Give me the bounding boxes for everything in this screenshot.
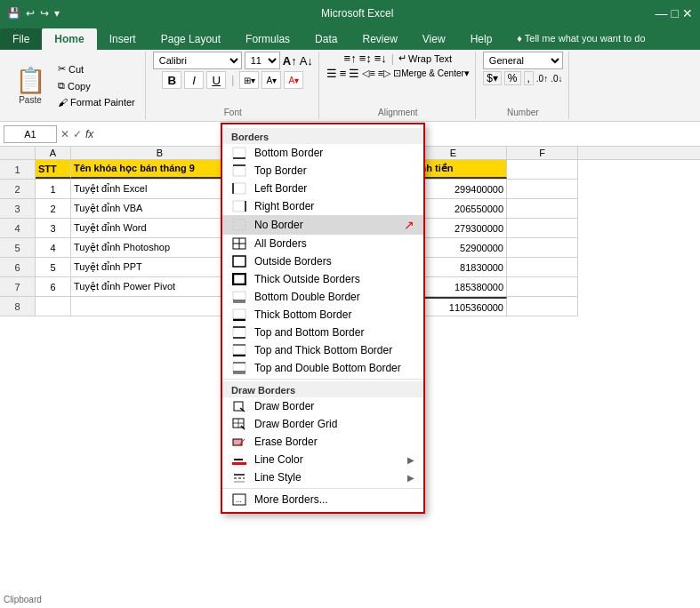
bold-button[interactable]: B: [162, 71, 181, 89]
menu-item-draw-border[interactable]: Draw Border: [222, 397, 423, 415]
ribbon-content: 📋 Paste ✂ Cut ⧉ Copy 🖌 Format Painter Cl…: [0, 50, 700, 121]
tab-help[interactable]: Help: [458, 28, 505, 50]
align-left-icon[interactable]: ☰: [326, 67, 337, 80]
indent-decrease-icon[interactable]: ◁≡: [362, 68, 374, 79]
align-middle-icon[interactable]: ≡↕: [359, 52, 372, 65]
underline-button[interactable]: U: [206, 71, 226, 89]
wrap-text-button[interactable]: ↵ Wrap Text: [398, 52, 452, 64]
menu-item-bottom-double-border[interactable]: Bottom Double Border: [222, 288, 423, 306]
right-border-label: Right Border: [254, 200, 414, 212]
cell-a4[interactable]: 3: [36, 219, 71, 237]
number-group-content: General $▾ % , .0↑ .0↓: [483, 52, 563, 106]
svg-rect-19: [233, 327, 245, 338]
merge-dropdown-icon[interactable]: ▾: [464, 68, 470, 79]
menu-item-top-double-bottom-border[interactable]: Top and Double Bottom Border: [222, 359, 423, 377]
tab-page-layout[interactable]: Page Layout: [149, 28, 233, 50]
cell-a8[interactable]: [36, 297, 71, 316]
menu-item-top-thick-bottom-border[interactable]: Top and Thick Bottom Border: [222, 341, 423, 359]
more-borders-label: More Borders...: [254, 493, 414, 506]
tab-insert[interactable]: Insert: [97, 28, 149, 50]
menu-item-more-borders[interactable]: ... More Borders...: [222, 491, 423, 508]
restore-icon[interactable]: □: [672, 6, 679, 20]
font-name-select[interactable]: Calibri: [153, 52, 242, 69]
wrap-text-label: Wrap Text: [408, 53, 452, 64]
fill-color-button[interactable]: A▾: [261, 71, 281, 89]
percent-icon[interactable]: %: [504, 71, 521, 85]
merge-center-label: Merge & Center: [401, 68, 464, 78]
menu-item-outside-borders[interactable]: Outside Borders: [222, 252, 423, 270]
minimize-icon[interactable]: —: [656, 6, 668, 20]
title-bar: 💾 ↩ ↪ ▾ Microsoft Excel — □ ✕: [0, 0, 700, 27]
formula-confirm-icon[interactable]: ✓: [73, 128, 82, 140]
name-box[interactable]: [4, 125, 57, 143]
format-painter-button[interactable]: 🖌 Format Painter: [55, 95, 138, 109]
cell-f6[interactable]: [507, 258, 578, 276]
undo-icon[interactable]: ↩: [26, 7, 35, 20]
cell-f4[interactable]: [507, 219, 578, 237]
top-thick-bottom-border-icon: [231, 344, 247, 356]
align-right-icon[interactable]: ☰: [349, 67, 359, 80]
formula-cancel-icon[interactable]: ✕: [60, 128, 69, 140]
cut-icon: ✂: [58, 63, 66, 75]
menu-item-draw-border-grid[interactable]: Draw Border Grid: [222, 415, 423, 433]
borders-button[interactable]: ⊞▾: [239, 71, 259, 89]
menu-item-bottom-border[interactable]: Bottom Border: [222, 144, 423, 162]
copy-button[interactable]: ⧉ Copy: [55, 78, 138, 93]
save-icon[interactable]: 💾: [7, 7, 20, 20]
cell-a6[interactable]: 5: [36, 258, 71, 276]
decrease-font-icon[interactable]: A↓: [300, 54, 313, 68]
redo-icon[interactable]: ↪: [40, 7, 49, 20]
col-header-a: A: [36, 147, 71, 159]
cell-f1[interactable]: [507, 160, 578, 179]
paste-button[interactable]: 📋 Paste: [9, 52, 52, 119]
tab-view[interactable]: View: [410, 28, 458, 50]
increase-font-icon[interactable]: A↑: [283, 54, 297, 68]
number-format-select[interactable]: General: [483, 52, 563, 69]
indent-increase-icon[interactable]: ≡▷: [378, 68, 390, 79]
menu-item-line-color[interactable]: Line Color ▶: [222, 451, 423, 468]
cell-a1[interactable]: STT: [36, 160, 71, 179]
menu-item-line-style[interactable]: Line Style ▶: [222, 468, 423, 486]
menu-item-top-border[interactable]: Top Border: [222, 162, 423, 180]
menu-item-thick-bottom-border[interactable]: Thick Bottom Border: [222, 306, 423, 324]
menu-item-left-border[interactable]: Left Border: [222, 180, 423, 197]
decimal-increase-icon[interactable]: .0↑: [536, 74, 548, 84]
font-size-select[interactable]: 11: [245, 52, 280, 69]
tab-tell-me[interactable]: ♦ Tell me what you want to do: [504, 28, 657, 50]
currency-icon[interactable]: $▾: [483, 71, 502, 85]
copy-label: Copy: [68, 81, 91, 92]
italic-button[interactable]: I: [184, 71, 204, 89]
font-color-button[interactable]: A▾: [284, 71, 303, 89]
menu-item-no-border[interactable]: No Border ↗: [222, 215, 423, 235]
align-bottom-icon[interactable]: ≡↓: [374, 52, 387, 65]
cut-button[interactable]: ✂ Cut: [55, 61, 138, 76]
cell-f8[interactable]: [507, 297, 578, 316]
comma-icon[interactable]: ,: [524, 71, 534, 85]
title-bar-title: Microsoft Excel: [60, 7, 656, 20]
cell-a7[interactable]: 6: [36, 277, 71, 296]
menu-item-erase-border[interactable]: Erase Border: [222, 433, 423, 451]
tab-formulas[interactable]: Formulas: [233, 28, 302, 50]
tab-file[interactable]: File: [0, 28, 42, 50]
menu-item-all-borders[interactable]: All Borders: [222, 235, 423, 252]
close-icon[interactable]: ✕: [682, 6, 693, 20]
cell-a5[interactable]: 4: [36, 238, 71, 257]
cell-a2[interactable]: 1: [36, 180, 71, 198]
align-top-icon[interactable]: ≡↑: [344, 52, 357, 65]
menu-item-top-bottom-border[interactable]: Top and Bottom Border: [222, 324, 423, 341]
cell-f7[interactable]: [507, 277, 578, 296]
decimal-decrease-icon[interactable]: .0↓: [551, 74, 562, 84]
merge-center-button[interactable]: ⊡ Merge & Center ▾: [393, 68, 470, 79]
cell-f3[interactable]: [507, 199, 578, 218]
tab-data[interactable]: Data: [302, 28, 350, 50]
align-center-icon[interactable]: ≡: [340, 67, 347, 80]
menu-item-thick-outside-borders[interactable]: Thick Outside Borders: [222, 270, 423, 288]
tab-review[interactable]: Review: [350, 28, 409, 50]
menu-item-right-border[interactable]: Right Border: [222, 197, 423, 215]
cell-f5[interactable]: [507, 238, 578, 257]
tab-home[interactable]: Home: [42, 28, 96, 50]
formula-fx-icon[interactable]: fx: [85, 128, 93, 140]
cell-a3[interactable]: 2: [36, 199, 71, 218]
paste-icon: 📋: [15, 66, 46, 95]
cell-f2[interactable]: [507, 180, 578, 198]
